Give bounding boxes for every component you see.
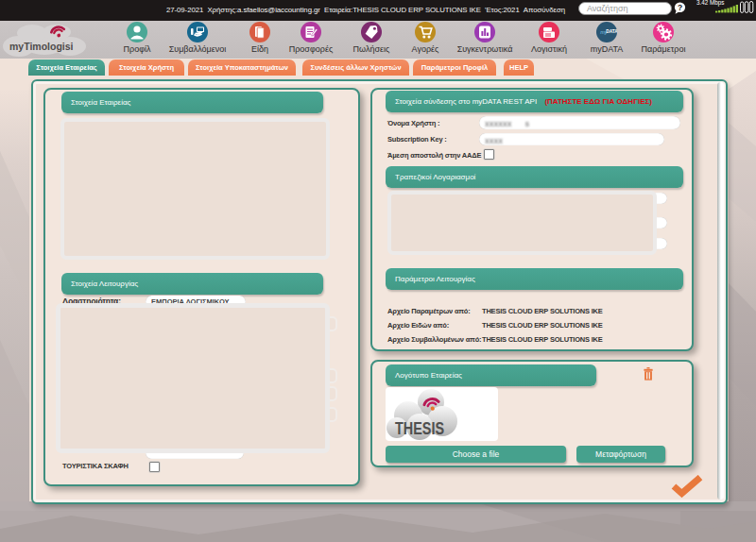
svg-text:THESIS: THESIS — [395, 418, 444, 438]
svg-text:DATA: DATA — [606, 29, 617, 34]
svg-text:myTimologisi: myTimologisi — [9, 41, 74, 52]
svg-text:?: ? — [678, 3, 682, 12]
